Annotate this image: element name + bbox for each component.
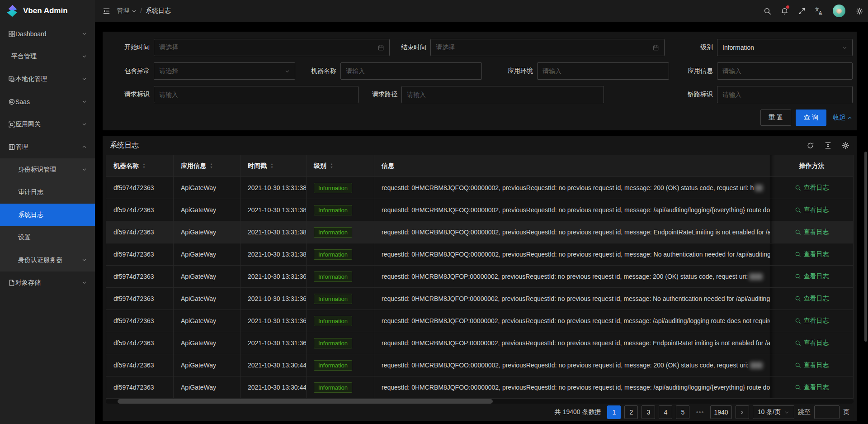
chevron-down-icon <box>82 31 87 36</box>
trace_id-input[interactable] <box>717 86 853 103</box>
pagination-ellipsis[interactable]: ••• <box>693 409 707 416</box>
column-header-app[interactable]: 应用信息▲▼ <box>174 155 241 176</box>
censored-blur <box>749 273 763 280</box>
sidebar-item-app-gateway[interactable]: 应用网关 <box>0 113 95 136</box>
page-button-3[interactable]: 3 <box>642 405 655 419</box>
view-log-link[interactable]: 查看日志 <box>795 184 829 192</box>
page-button-1940[interactable]: 1940 <box>710 405 731 419</box>
app_env-input[interactable] <box>537 62 669 80</box>
column-header-level[interactable]: 级别▲▼ <box>307 155 374 176</box>
table-row: df5974d72363ApiGateWay2021-10-30 13:30:4… <box>106 354 853 376</box>
end_time-date-picker[interactable]: 请选择 <box>430 39 665 56</box>
page-size-select[interactable]: 10 条/页 <box>753 405 794 419</box>
request_id-input[interactable] <box>154 86 359 103</box>
user-avatar[interactable] <box>833 5 845 17</box>
has_exception-label: 包含异常 <box>95 67 154 75</box>
view-log-link[interactable]: 查看日志 <box>795 206 829 214</box>
cell-machine: df5974d72363 <box>106 376 174 398</box>
breadcrumb-section[interactable]: 管理 <box>117 7 137 15</box>
sidebar-item-saas[interactable]: Saas <box>0 91 95 113</box>
sidebar-item-settings[interactable]: 设置 <box>0 226 95 249</box>
page-button-4[interactable]: 4 <box>659 405 672 419</box>
level-tag: Information <box>314 294 352 304</box>
notification-bell-icon[interactable] <box>776 0 793 22</box>
refresh-icon[interactable] <box>807 142 814 149</box>
menu-fold-icon[interactable] <box>95 7 117 15</box>
level-tag: Information <box>314 382 352 393</box>
sidebar-item-audit-log[interactable]: 审计日志 <box>0 181 95 204</box>
request_path-input[interactable] <box>401 86 604 103</box>
table-row: df5974d72363ApiGateWay2021-10-30 13:31:3… <box>106 332 853 354</box>
view-log-link[interactable]: 查看日志 <box>795 228 829 236</box>
cell-action: 查看日志 <box>770 288 853 310</box>
cell-level: Information <box>307 177 374 199</box>
column-header-machine[interactable]: 机器名称▲▼ <box>106 155 174 176</box>
translate-icon[interactable]: 文A <box>810 0 827 22</box>
view-log-link[interactable]: 查看日志 <box>795 250 829 258</box>
table-row: df5974d72363ApiGateWay2021-10-30 13:31:3… <box>106 177 853 199</box>
sidebar-item-management[interactable]: 管理 <box>0 136 95 158</box>
cell-app: ApiGateWay <box>174 376 241 398</box>
column-height-icon[interactable] <box>824 142 832 149</box>
view-log-link[interactable]: 查看日志 <box>795 317 829 325</box>
request_id-label: 请求标识 <box>95 91 154 99</box>
fullscreen-icon[interactable] <box>793 0 810 22</box>
level-value: Information <box>722 44 754 51</box>
search-icon[interactable] <box>759 0 776 22</box>
vertical-scrollbar-thumb[interactable] <box>864 152 867 342</box>
app-logo[interactable]: Vben Admin <box>0 0 95 22</box>
has_exception-field-group: 包含异常请选择 <box>95 62 295 80</box>
sidebar-item-platform-management[interactable]: 平台管理 <box>0 45 95 68</box>
horizontal-scrollbar-thumb[interactable] <box>118 399 493 404</box>
sidebar-item-object-storage[interactable]: 对象存储 <box>0 272 95 294</box>
sidebar-item-localization-management[interactable]: A本地化管理 <box>0 68 95 91</box>
view-log-link[interactable]: 查看日志 <box>795 295 829 303</box>
table-row: df5974d72363ApiGateWay2021-10-30 13:31:3… <box>106 199 853 221</box>
sidebar-item-identity-management[interactable]: 身份标识管理 <box>0 158 95 181</box>
breadcrumb: 管理 / 系统日志 <box>117 7 171 15</box>
jump-page-input[interactable] <box>814 405 840 419</box>
table-row: df5974d72363ApiGateWay2021-10-30 13:31:3… <box>106 243 853 266</box>
view-log-link[interactable]: 查看日志 <box>795 361 829 369</box>
query-button[interactable]: 查 询 <box>796 110 826 126</box>
table-title: 系统日志 <box>110 141 139 150</box>
view-log-link[interactable]: 查看日志 <box>795 272 829 281</box>
cell-message: requestId: 0HMCRBM8JQFOP:00000002, previ… <box>374 266 770 287</box>
sidebar-item-label: 对象存储 <box>15 279 41 287</box>
page-button-1[interactable]: 1 <box>607 405 621 419</box>
cell-message: requestId: 0HMCRBM8JQFOQ:00000002, previ… <box>374 199 770 221</box>
page-button-5[interactable]: 5 <box>676 405 689 419</box>
next-page-button[interactable] <box>736 405 749 419</box>
log-message: requestId: 0HMCRBM8JQFOP:00000002, previ… <box>382 339 770 347</box>
chevron-down-icon <box>132 9 137 14</box>
settings-gear-icon[interactable] <box>851 0 868 22</box>
collapse-link[interactable]: 收起 <box>833 114 852 122</box>
page-button-2[interactable]: 2 <box>624 405 638 419</box>
sidebar-item-dashboard[interactable]: Dashboard <box>0 23 95 45</box>
table-settings-icon[interactable] <box>842 142 849 149</box>
column-header-timestamp[interactable]: 时间戳▲▼ <box>241 155 307 176</box>
sidebar-item-system-log[interactable]: 系统日志 <box>0 204 95 226</box>
end_time-field-group: 结束时间请选择 <box>372 39 665 56</box>
horizontal-scrollbar-track <box>106 399 854 404</box>
reset-button[interactable]: 重 置 <box>760 110 791 126</box>
app_info-input[interactable] <box>717 62 853 80</box>
cell-machine: df5974d72363 <box>106 354 174 376</box>
sidebar-item-auth-server[interactable]: 身份认证服务器 <box>0 249 95 272</box>
view-log-link[interactable]: 查看日志 <box>795 383 829 391</box>
sidebar-item-label: 平台管理 <box>11 52 37 61</box>
cell-level: Information <box>307 266 374 287</box>
cell-action: 查看日志 <box>770 199 853 221</box>
level-select[interactable]: Information <box>717 39 853 56</box>
app_info-label: 应用信息 <box>658 67 717 75</box>
cell-message: requestId: 0HMCRBM8JQFOQ:00000002, previ… <box>374 221 770 243</box>
log-message: requestId: 0HMCRBM8JQFOQ:00000002, previ… <box>382 229 770 236</box>
has_exception-select[interactable]: 请选择 <box>154 62 295 80</box>
censored-blur <box>750 362 763 369</box>
cell-app: ApiGateWay <box>174 199 241 221</box>
start_time-date-picker[interactable]: 请选择 <box>154 39 390 56</box>
table-titlebar: 系统日志 <box>103 136 857 155</box>
view-log-link[interactable]: 查看日志 <box>795 339 829 347</box>
log-message: requestId: 0HMCRBM8JQFOQ:00000002, previ… <box>382 206 770 214</box>
machine_name-input[interactable] <box>340 62 482 80</box>
